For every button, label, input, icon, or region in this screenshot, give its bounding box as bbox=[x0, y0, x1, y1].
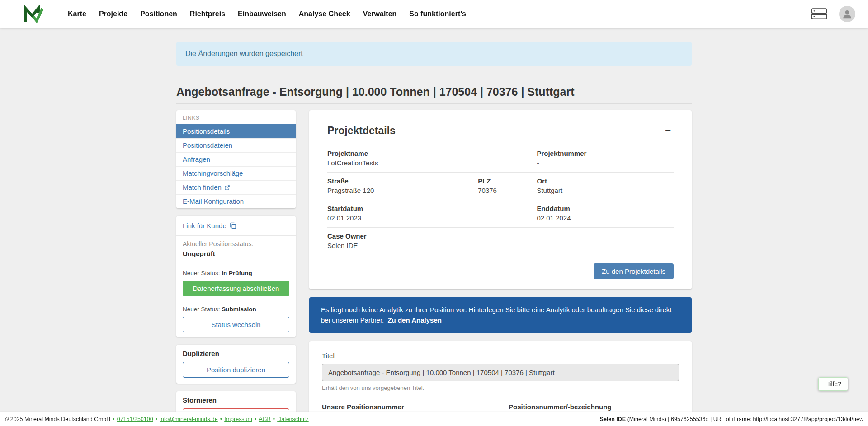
our-position-number-label: Unsere Positionsnummer bbox=[322, 403, 492, 411]
field-value: LotCreationTests bbox=[327, 159, 537, 167]
footer-phone-link[interactable]: 07151/250100 bbox=[117, 416, 153, 422]
current-status-value: Ungeprüft bbox=[183, 250, 289, 260]
main-nav: Karte Projekte Positionen Richtpreis Ein… bbox=[61, 5, 811, 23]
field-label: Ort bbox=[537, 177, 674, 185]
footer-impressum-link[interactable]: Impressum bbox=[224, 416, 252, 422]
field-value: Selen IDE bbox=[327, 242, 674, 249]
sidebar-item-positionsdateien[interactable]: Positionsdateien bbox=[176, 138, 296, 152]
footer-agb-link[interactable]: AGB bbox=[259, 416, 270, 422]
next-status-value: Submission bbox=[222, 306, 256, 313]
status-panel-card: Link für Kunde Aktueller Positionsstatus… bbox=[176, 216, 296, 337]
next-status-line: Neuer Status: In Prüfung bbox=[183, 270, 289, 276]
field-projektname: Projektname LotCreationTests bbox=[327, 150, 537, 167]
title-input bbox=[322, 364, 679, 381]
copy-icon bbox=[230, 222, 236, 229]
project-details-header: Projektdetails − bbox=[327, 125, 674, 137]
field-enddatum: Enddatum 02.01.2024 bbox=[537, 205, 674, 222]
go-to-project-details-button[interactable]: Zu den Projektdetails bbox=[594, 263, 674, 279]
session-info: Selen IDE (Mineral Minds) | 69576255536d… bbox=[600, 416, 863, 422]
session-details: (Mineral Minds) | 69576255536d | URL of … bbox=[626, 416, 863, 422]
field-ort: Ort Stuttgart bbox=[537, 177, 674, 194]
sidebar-item-matchingvorschlaege[interactable]: Matchingvorschläge bbox=[176, 166, 296, 180]
separator: • bbox=[220, 416, 222, 422]
nav-item-einbauweisen[interactable]: Einbauweisen bbox=[231, 5, 292, 23]
duplicate-position-button[interactable]: Position duplizieren bbox=[183, 362, 289, 378]
nav-item-analyse-check[interactable]: Analyse Check bbox=[292, 5, 357, 23]
current-status-label: Aktueller Positionsstatus: bbox=[183, 240, 289, 248]
sidebar-item-email-konfiguration[interactable]: E-Mail Konfiguration bbox=[176, 194, 296, 208]
footer-email-link[interactable]: info@mineral-minds.de bbox=[160, 416, 218, 422]
separator: • bbox=[113, 416, 114, 422]
separator: • bbox=[255, 416, 256, 422]
sidebar-item-label: Positionsdetails bbox=[183, 127, 230, 136]
user-avatar[interactable] bbox=[839, 6, 855, 22]
next-status-row-2: Neuer Status: Submission Status wechseln bbox=[176, 301, 296, 337]
customer-link[interactable]: Link für Kunde bbox=[183, 220, 236, 231]
main-column: Projektdetails − Projektname LotCreation… bbox=[309, 110, 692, 426]
field-plz: PLZ 70376 bbox=[478, 177, 537, 194]
project-details-title: Projektdetails bbox=[327, 125, 396, 137]
next-status-line: Neuer Status: Submission bbox=[183, 306, 289, 313]
next-status-row-1: Neuer Status: In Prüfung Datenerfassung … bbox=[176, 265, 296, 301]
server-icon[interactable] bbox=[811, 8, 827, 19]
sidebar-item-label: E-Mail Konfiguration bbox=[183, 197, 244, 206]
custom-position-number-label: Positionsnummer/-bezeichnung bbox=[509, 403, 679, 411]
nav-item-projekte[interactable]: Projekte bbox=[93, 5, 134, 23]
project-details-footer: Zu den Projektdetails bbox=[327, 263, 674, 279]
field-value: - bbox=[537, 159, 674, 167]
mineral-minds-logo[interactable] bbox=[23, 5, 44, 23]
field-case-owner: Case Owner Selen IDE bbox=[327, 232, 674, 249]
field-label: Projektname bbox=[327, 150, 537, 157]
sidebar-item-positionsdetails[interactable]: Positionsdetails bbox=[176, 124, 296, 138]
copyright-text: © 2025 Mineral Minds Deutschland GmbH bbox=[5, 416, 110, 422]
topbar-right bbox=[811, 6, 855, 22]
project-details-row: Case Owner Selen IDE bbox=[327, 228, 674, 255]
customer-link-row: Link für Kunde bbox=[176, 216, 296, 236]
field-value: Pragstraße 120 bbox=[327, 187, 478, 194]
sidebar-item-match-finden[interactable]: Match finden bbox=[176, 180, 296, 194]
current-status-row: Aktueller Positionsstatus: Ungeprüft bbox=[176, 236, 296, 265]
customer-link-label: Link für Kunde bbox=[183, 222, 226, 229]
field-value: 70376 bbox=[478, 187, 537, 194]
footer-info: © 2025 Mineral Minds Deutschland GmbH • … bbox=[5, 416, 309, 422]
separator: • bbox=[273, 416, 275, 422]
nav-item-verwalten[interactable]: Verwalten bbox=[357, 5, 403, 23]
sidebar-item-anfragen[interactable]: Anfragen bbox=[176, 152, 296, 166]
collapse-minus-icon[interactable]: − bbox=[662, 125, 674, 136]
session-user: Selen IDE bbox=[600, 416, 626, 422]
field-label: Projektnummer bbox=[537, 150, 674, 157]
sidebar-item-label: Positionsdateien bbox=[183, 141, 232, 150]
footer-datenschutz-link[interactable]: Datenschutz bbox=[277, 416, 308, 422]
help-button[interactable]: Hilfe? bbox=[818, 377, 848, 391]
success-alert: Die Änderungen wurden gespeichert bbox=[176, 42, 692, 66]
sidebar: LINKS Positionsdetails Positionsdateien … bbox=[176, 110, 296, 426]
duplicate-title: Duplizieren bbox=[176, 345, 296, 358]
content-columns: LINKS Positionsdetails Positionsdateien … bbox=[176, 110, 692, 426]
field-label: Case Owner bbox=[327, 232, 674, 240]
duplicate-card: Duplizieren Position duplizieren bbox=[176, 345, 296, 384]
field-projektnummer: Projektnummer - bbox=[537, 150, 674, 167]
nav-item-positionen[interactable]: Positionen bbox=[134, 5, 184, 23]
sidebar-item-label: Anfragen bbox=[183, 155, 210, 164]
nav-item-so-funktionierts[interactable]: So funktioniert's bbox=[403, 5, 472, 23]
next-status-value: In Prüfung bbox=[222, 270, 252, 276]
separator: • bbox=[156, 416, 157, 422]
go-to-analyses-link[interactable]: Zu den Analysen bbox=[387, 316, 441, 324]
switch-status-button[interactable]: Status wechseln bbox=[183, 317, 289, 332]
cancel-title: Stornieren bbox=[176, 391, 296, 405]
sidebar-links-card: LINKS Positionsdetails Positionsdateien … bbox=[176, 110, 296, 208]
nav-item-richtpreis[interactable]: Richtpreis bbox=[184, 5, 231, 23]
field-label: Enddatum bbox=[537, 205, 674, 212]
title-helper-text: Erhält den von uns vorgegebenen Titel. bbox=[322, 384, 679, 391]
server-icon-glyph bbox=[811, 8, 827, 19]
sidebar-item-label: Matchingvorschläge bbox=[183, 169, 243, 178]
sidebar-item-label: Match finden bbox=[183, 183, 222, 192]
page-title: Angebotsanfrage - Entsorgung | 10.000 To… bbox=[176, 85, 692, 104]
success-alert-text: Die Änderungen wurden gespeichert bbox=[185, 50, 303, 57]
external-link-icon bbox=[224, 185, 230, 191]
complete-data-entry-button[interactable]: Datenerfassung abschließen bbox=[183, 281, 289, 296]
field-strasse: Straße Pragstraße 120 bbox=[327, 177, 478, 194]
next-status-label: Neuer Status: bbox=[183, 306, 220, 313]
nav-item-karte[interactable]: Karte bbox=[61, 5, 93, 23]
field-label: Startdatum bbox=[327, 205, 537, 212]
